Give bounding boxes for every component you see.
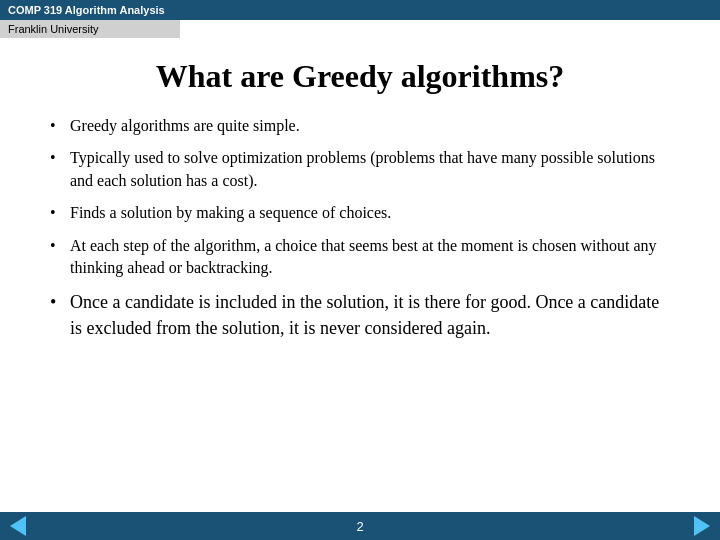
prev-arrow-icon[interactable] — [10, 516, 26, 536]
bullet-item-1: Greedy algorithms are quite simple. — [50, 115, 670, 137]
next-arrow-icon[interactable] — [694, 516, 710, 536]
bullet-list: Greedy algorithms are quite simple. Typi… — [50, 115, 670, 342]
bullet-item-4: At each step of the algorithm, a choice … — [50, 235, 670, 280]
bullet-item-5: Once a candidate is included in the solu… — [50, 289, 670, 341]
bullet-item-2: Typically used to solve optimization pro… — [50, 147, 670, 192]
institution-name: Franklin University — [8, 23, 98, 35]
bottom-nav-bar: 2 — [0, 512, 720, 540]
page-number: 2 — [356, 519, 363, 534]
slide-content: What are Greedy algorithms? Greedy algor… — [0, 38, 720, 374]
institution-bar: Franklin University — [0, 20, 180, 38]
bullet-item-3: Finds a solution by making a sequence of… — [50, 202, 670, 224]
slide-title: What are Greedy algorithms? — [50, 58, 670, 95]
course-title-bar: COMP 319 Algorithm Analysis — [0, 0, 720, 20]
course-title: COMP 319 Algorithm Analysis — [8, 4, 165, 16]
